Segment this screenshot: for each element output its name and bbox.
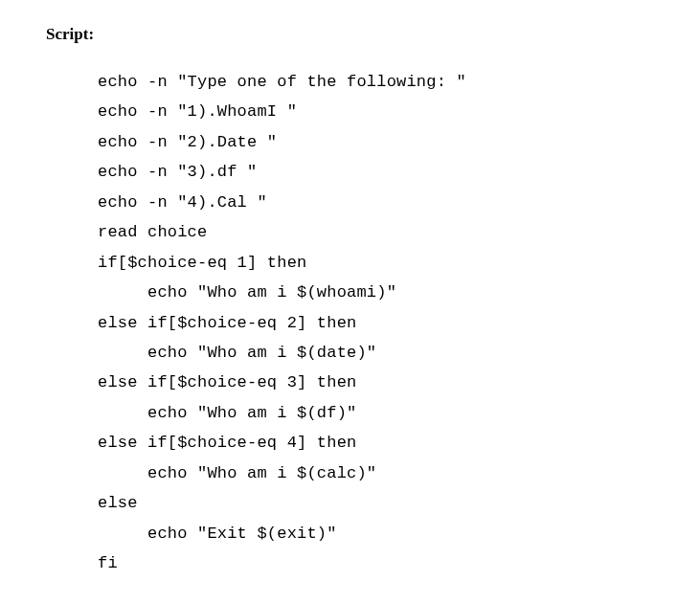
section-heading: Script: — [46, 25, 654, 44]
code-line: echo "Who am i $(df)" — [98, 404, 356, 422]
script-code-block: echo -n "Type one of the following: " ec… — [98, 67, 654, 578]
code-line: echo "Exit $(exit)" — [98, 525, 337, 543]
code-line: if[$choice-eq 1] then — [98, 254, 306, 272]
code-line: else if[$choice-eq 2] then — [98, 314, 356, 332]
code-line: echo -n "4).Cal " — [98, 193, 267, 212]
code-line: echo "Who am i $(calc)" — [98, 464, 376, 482]
code-line: echo -n "1).WhoamI " — [98, 102, 297, 121]
code-line: read choice — [98, 223, 207, 241]
code-line: echo "Who am i $(date)" — [98, 344, 376, 362]
code-line: echo "Who am i $(whoami)" — [98, 283, 396, 302]
code-line: else if[$choice-eq 4] then — [98, 434, 356, 452]
code-line: else — [98, 494, 138, 512]
code-line: echo -n "3).df " — [98, 163, 257, 181]
code-line: echo -n "2).Date " — [98, 133, 277, 151]
code-line: echo -n "Type one of the following: " — [98, 73, 466, 91]
code-line: else if[$choice-eq 3] then — [98, 373, 356, 391]
code-line: fi — [98, 554, 118, 572]
